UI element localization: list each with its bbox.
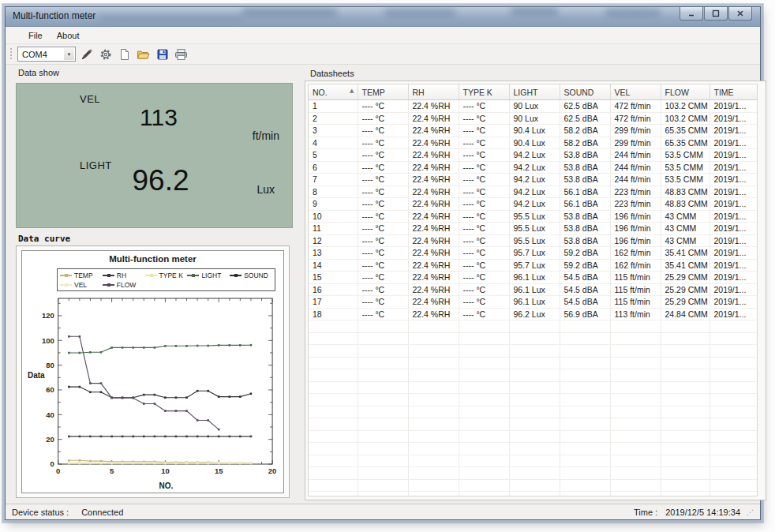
table-empty-row — [309, 320, 757, 333]
table-row[interactable]: 5---- °C22.4 %RH---- °C94.2 Lux53.8 dBA2… — [309, 149, 757, 162]
table-row[interactable]: 12---- °C22.4 %RH---- °C95.5 Lux53.8 dBA… — [309, 234, 757, 247]
column-header-temp[interactable]: TEMP — [358, 84, 408, 100]
legend-label: LIGHT — [201, 272, 221, 279]
table-header-row: NO.▲TEMPRHTYPE KLIGHTSOUNDVELFLOWTIME — [309, 84, 757, 100]
column-header-type-k[interactable]: TYPE K — [459, 84, 509, 100]
maximize-icon — [711, 9, 721, 18]
table-row[interactable]: 15---- °C22.4 %RH---- °C96.1 Lux54.5 dBA… — [309, 272, 757, 284]
table-empty-row — [309, 357, 757, 369]
sort-asc-icon: ▲ — [350, 88, 354, 94]
table-row[interactable]: 9---- °C22.4 %RH---- °C94.2 Lux56.1 dBA2… — [309, 198, 757, 211]
data-curve-caption: Data curve — [18, 234, 70, 244]
open-folder-icon — [137, 48, 150, 61]
minimize-icon — [687, 9, 696, 18]
legend-label: TEMP — [74, 272, 93, 279]
app-window: Multi-function meter File About COM4 ▼ — [5, 6, 761, 520]
datasheets-caption: Datasheets — [310, 69, 354, 78]
print-icon — [174, 48, 188, 61]
legend-label: SOUND — [244, 272, 268, 279]
legend-marker-icon — [187, 275, 199, 276]
connect-button[interactable] — [78, 46, 95, 62]
table-row[interactable]: 3---- °C22.4 %RH---- °C90.4 Lux58.2 dBA2… — [309, 125, 757, 137]
titlebar-glass-blur — [605, 9, 661, 16]
data-show-caption: Data show — [18, 68, 59, 77]
table-empty-row — [309, 443, 757, 455]
table-row[interactable]: 11---- °C22.4 %RH---- °C95.5 Lux53.8 dBA… — [309, 223, 757, 235]
table-empty-row — [309, 479, 757, 492]
chart-box: 05101520020406080100120 Multi-function m… — [16, 245, 290, 498]
titlebar-glass-blur — [511, 8, 558, 15]
new-file-button[interactable] — [116, 46, 133, 62]
table-empty-row — [309, 467, 757, 480]
table-body: 1---- °C22.4 %RH---- °C90 Lux62.5 dBA472… — [309, 100, 757, 497]
lcd-reading2-value: 96.2 — [95, 164, 226, 197]
print-button[interactable] — [173, 46, 189, 62]
lcd-reading2-unit: Lux — [256, 183, 275, 196]
settings-gear-icon — [99, 48, 112, 61]
column-header-time[interactable]: TIME — [709, 84, 757, 100]
toolbar: COM4 ▼ — [6, 44, 760, 65]
settings-button[interactable] — [97, 46, 114, 62]
table-row[interactable]: 2---- °C22.4 %RH---- °C90 Lux62.5 dBA472… — [309, 112, 757, 125]
column-header-rh[interactable]: RH — [408, 84, 459, 100]
datasheets-table: NO.▲TEMPRHTYPE KLIGHTSOUNDVELFLOWTIME 1-… — [309, 84, 758, 496]
svg-text:100: 100 — [42, 336, 54, 345]
table-row[interactable]: 1---- °C22.4 %RH---- °C90 Lux62.5 dBA472… — [309, 100, 757, 113]
table-row[interactable]: 18---- °C22.4 %RH---- °C96.2 Lux56.9 dBA… — [309, 308, 757, 320]
menu-file[interactable]: File — [21, 29, 50, 42]
device-status-value: Connected — [81, 508, 123, 517]
legend-entry: TYPE K — [145, 271, 188, 279]
titlebar[interactable]: Multi-function meter — [6, 7, 760, 27]
minimize-button[interactable] — [680, 7, 703, 21]
toolbar-grip[interactable] — [10, 48, 13, 61]
lcd-reading1-unit: ft/min — [253, 129, 279, 142]
table-row[interactable]: 4---- °C22.4 %RH---- °C90.4 Lux58.2 dBA2… — [309, 137, 757, 149]
close-icon — [736, 9, 745, 18]
open-file-button[interactable] — [135, 46, 152, 62]
table-row[interactable]: 6---- °C22.4 %RH---- °C94.2 Lux53.8 dBA2… — [309, 161, 757, 174]
table-empty-row — [309, 332, 757, 345]
table-empty-row — [309, 418, 757, 431]
legend-marker-icon — [60, 275, 72, 276]
table-empty-row — [309, 394, 757, 406]
legend-marker-icon — [145, 275, 157, 276]
legend-entry: TEMP — [60, 271, 103, 279]
column-header-vel[interactable]: VEL — [610, 84, 661, 100]
new-file-icon — [118, 48, 131, 61]
menu-about[interactable]: About — [50, 29, 87, 42]
chart-title: Multi-function meter — [22, 254, 283, 264]
svg-text:0: 0 — [50, 459, 54, 468]
datasheets-table-wrap: NO.▲TEMPRHTYPE KLIGHTSOUNDVELFLOWTIME 1-… — [308, 84, 758, 496]
table-empty-row — [309, 492, 757, 497]
column-header-no[interactable]: NO.▲ — [309, 84, 358, 100]
chevron-down-icon[interactable]: ▼ — [64, 48, 74, 60]
device-status-label: Device status : — [12, 508, 69, 517]
table-empty-row — [309, 455, 757, 467]
svg-text:60: 60 — [46, 385, 54, 394]
table-row[interactable]: 16---- °C22.4 %RH---- °C96.1 Lux54.5 dBA… — [309, 283, 757, 296]
save-button[interactable] — [154, 46, 170, 62]
maximize-button[interactable] — [704, 7, 728, 21]
table-row[interactable]: 10---- °C22.4 %RH---- °C95.5 Lux53.8 dBA… — [309, 210, 757, 223]
svg-text:20: 20 — [268, 466, 277, 475]
close-button[interactable] — [728, 7, 752, 21]
table-row[interactable]: 17---- °C22.4 %RH---- °C96.1 Lux54.5 dBA… — [309, 296, 757, 309]
lcd-reading1-value: 113 — [99, 104, 218, 131]
titlebar-glass-blur — [384, 9, 455, 16]
lcd-reading1-label: VEL — [80, 93, 100, 105]
table-row[interactable]: 14---- °C22.4 %RH---- °C95.7 Lux59.2 dBA… — [309, 259, 757, 272]
resize-grip[interactable]: ⋰ — [747, 508, 754, 516]
table-row[interactable]: 7---- °C22.4 %RH---- °C94.2 Lux53.8 dBA2… — [309, 174, 757, 186]
table-empty-row — [309, 369, 757, 382]
com-port-select[interactable]: COM4 ▼ — [17, 47, 76, 62]
connect-pen-icon — [80, 48, 93, 61]
column-header-sound[interactable]: SOUND — [560, 84, 610, 100]
legend-entry: SOUND — [230, 271, 272, 279]
client-area: Data show VEL 113 ft/min LIGHT 96.2 Lux … — [6, 65, 760, 504]
column-header-light[interactable]: LIGHT — [509, 84, 560, 100]
window-controls — [679, 7, 752, 21]
table-row[interactable]: 8---- °C22.4 %RH---- °C94.2 Lux56.1 dBA2… — [309, 185, 757, 198]
table-row[interactable]: 13---- °C22.4 %RH---- °C95.7 Lux59.2 dBA… — [309, 247, 757, 260]
column-header-flow[interactable]: FLOW — [661, 84, 709, 100]
com-port-value: COM4 — [22, 50, 47, 59]
